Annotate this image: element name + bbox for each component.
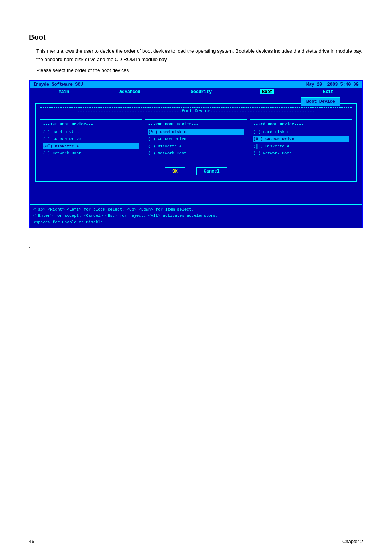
boot-columns: ---1st Boot Device--- ( ) Hard Disk C ( … [40,119,352,160]
boot-col1-opt1[interactable]: ( ) Hard Disk C [43,129,139,135]
footer-chapter: Chapter 2 [342,539,363,544]
boot-col1-title: ---1st Boot Device--- [43,122,139,126]
boot-column-1: ---1st Boot Device--- ( ) Hard Disk C ( … [40,119,142,160]
boot-dialog-buttons: OK Cancel [40,166,352,177]
menu-item-exit[interactable]: Exit [321,89,335,94]
bios-title-left: Insyde Software SCU [33,82,83,87]
menu-item-boot[interactable]: Boot [260,89,274,94]
intro-text: This menu allows the user to decide the … [36,47,363,64]
boot-col3-opt4[interactable]: ( ) Network Boot [253,150,349,157]
boot-dialog: ----------------------------------------… [35,103,357,182]
boot-col3-opt1[interactable]: ( ) Hard Disk C [253,129,349,135]
boot-col2-opt4[interactable]: ( ) Network Boot [148,150,244,157]
boot-col1-opt4[interactable]: ( ) Network Boot [43,150,139,157]
bios-title-right: May 20, 2003 5:40:09 [306,82,359,87]
boot-col3-opt2[interactable]: (ϑ¯) CD-ROM Drive [253,136,349,142]
boot-col1-opt3[interactable]: (ϑ¯) Diskette A [43,143,139,150]
bios-screen: Insyde Software SCU May 20, 2003 5:40:09… [29,80,363,228]
help-line-3: <Space> for Enable or Disable. [33,219,359,226]
cancel-button[interactable]: Cancel [196,167,227,175]
boot-col3-opt3[interactable]: (║║) Diskette A [253,143,349,150]
help-line-1: <Tab> <Right> <Left> for block select. <… [33,207,359,213]
bios-menu-bar: Main Advanced Security Boot Exit [30,88,362,96]
boot-col2-opt2[interactable]: ( ) CD-ROM Drive [148,136,244,142]
footer-page-number: 46 [29,539,34,544]
help-line-2: < Enter> for accept. <Cancel> <Esc> for … [33,213,359,219]
menu-item-main[interactable]: Main [57,89,71,94]
boot-col2-opt1[interactable]: (ϑ¯) Hard Disk C [148,129,244,135]
dot-placeholder: . [29,243,363,249]
boot-dialog-title: ----------------------------------------… [40,107,352,115]
page-footer: 46 Chapter 2 [29,535,363,544]
bios-help-bar: <Tab> <Right> <Left> for block select. <… [30,204,362,228]
boot-col2-opt3[interactable]: ( ) Diskette A [148,143,244,150]
top-divider [29,22,363,22]
page-title: Boot [29,33,363,41]
please-select-text: Please select the order of the boot devi… [36,68,363,73]
bios-title-bar: Insyde Software SCU May 20, 2003 5:40:09 [30,81,362,88]
boot-column-2: ---2nd Boot Device--- (ϑ¯) Hard Disk C (… [145,119,247,160]
menu-item-security[interactable]: Security [189,89,214,94]
boot-column-3: --3rd Boot Device---- ( ) Hard Disk C (ϑ… [250,119,352,160]
bios-body: Boot Device ----------------------------… [30,96,362,204]
boot-device-popup[interactable]: Boot Device [301,97,340,106]
boot-col3-title: --3rd Boot Device---- [253,122,349,126]
menu-item-advanced[interactable]: Advanced [118,89,142,94]
boot-col1-opt2[interactable]: ( ) CD-ROM Drive [43,136,139,142]
boot-col2-title: ---2nd Boot Device--- [148,122,244,126]
ok-button[interactable]: OK [165,167,185,175]
